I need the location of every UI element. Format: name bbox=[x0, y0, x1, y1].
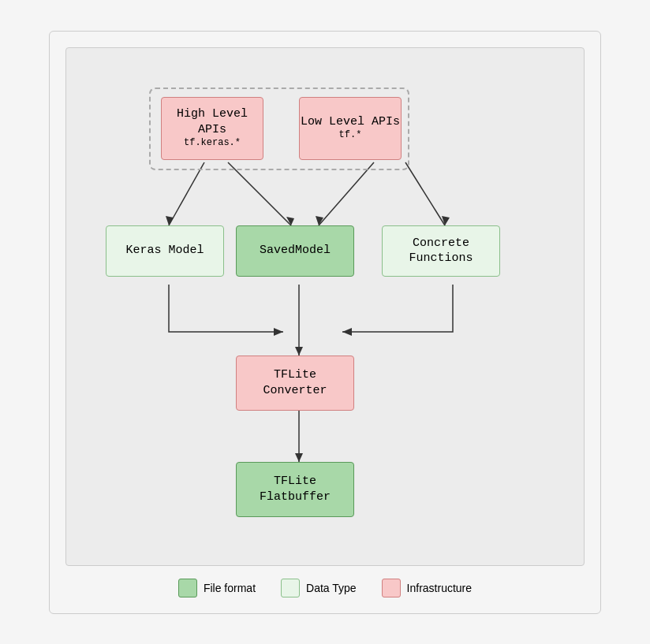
svg-marker-8 bbox=[274, 328, 283, 336]
legend-label-data-type: Data Type bbox=[306, 582, 357, 594]
svg-line-6 bbox=[405, 162, 445, 225]
tflite-converter-label: TFLiteConverter bbox=[263, 367, 327, 398]
svg-marker-13 bbox=[295, 453, 303, 462]
legend-item-file-format: File format bbox=[178, 579, 256, 597]
diagram-area: High Level APIs tf.keras.* Low Level API… bbox=[65, 47, 585, 566]
tflite-flatbuffer-label: TFLiteFlatbuffer bbox=[260, 474, 331, 504]
high-level-api-label: High Level APIs bbox=[162, 106, 263, 137]
svg-marker-3 bbox=[286, 217, 294, 225]
svg-marker-1 bbox=[166, 216, 174, 225]
svg-marker-7 bbox=[442, 216, 450, 225]
legend-label-file-format: File format bbox=[204, 582, 256, 594]
keras-model-box: Keras Model bbox=[106, 225, 224, 277]
low-level-api-sublabel: tf.* bbox=[339, 129, 362, 142]
svg-marker-10 bbox=[295, 347, 303, 356]
high-level-api-box: High Level APIs tf.keras.* bbox=[161, 97, 263, 160]
legend-label-infrastructure: Infrastructure bbox=[407, 582, 472, 594]
svg-line-0 bbox=[169, 162, 204, 225]
tflite-flatbuffer-box: TFLiteFlatbuffer bbox=[236, 462, 354, 517]
legend: File format Data Type Infrastructure bbox=[65, 579, 585, 597]
legend-icon-infrastructure bbox=[382, 579, 401, 597]
concrete-functions-label: Concrete Functions bbox=[383, 236, 499, 266]
keras-model-label: Keras Model bbox=[125, 243, 204, 259]
outer-container: High Level APIs tf.keras.* Low Level API… bbox=[49, 31, 601, 614]
legend-item-data-type: Data Type bbox=[281, 579, 357, 597]
svg-line-2 bbox=[228, 162, 291, 225]
concrete-functions-box: Concrete Functions bbox=[382, 225, 500, 277]
svg-marker-5 bbox=[316, 216, 323, 225]
low-level-api-box: Low Level APIs tf.* bbox=[299, 97, 402, 160]
high-level-api-sublabel: tf.keras.* bbox=[184, 137, 241, 150]
legend-icon-data-type bbox=[281, 579, 300, 597]
svg-marker-11 bbox=[342, 328, 352, 336]
low-level-api-label: Low Level APIs bbox=[301, 114, 400, 130]
legend-item-infrastructure: Infrastructure bbox=[382, 579, 472, 597]
legend-icon-file-format bbox=[178, 579, 197, 597]
svg-line-4 bbox=[319, 162, 374, 225]
tflite-converter-box: TFLiteConverter bbox=[236, 356, 354, 411]
saved-model-box: SavedModel bbox=[236, 225, 354, 277]
saved-model-label: SavedModel bbox=[260, 243, 331, 259]
